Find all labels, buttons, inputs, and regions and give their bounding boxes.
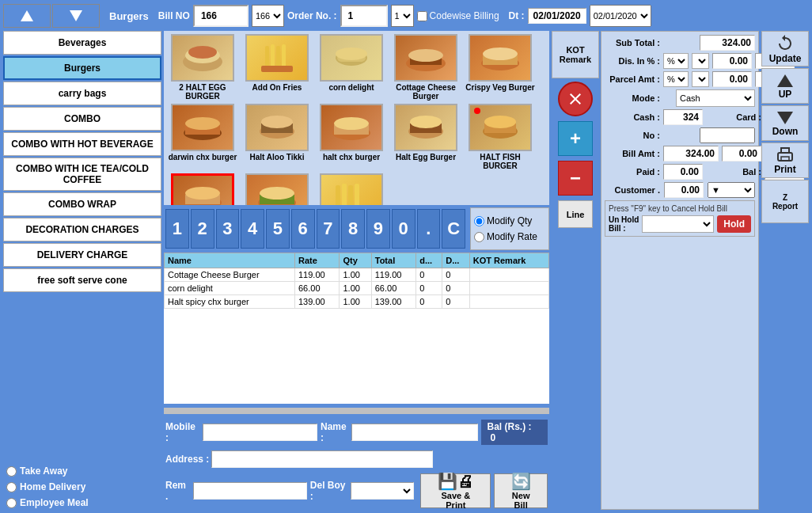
mode-select[interactable]: Cash xyxy=(676,89,755,107)
parcel-pct-select2[interactable]: ▼ xyxy=(692,71,709,87)
sidebar-item-combo-ice[interactable]: COMBO WITH ICE TEA/COLD COFFEE xyxy=(3,158,161,191)
product-crispy-veg[interactable]: Crispy Veg Burger xyxy=(465,34,536,101)
bill-no-value: 166 xyxy=(193,5,249,27)
del-button[interactable] xyxy=(558,82,593,116)
num-clear-button[interactable]: C xyxy=(442,209,465,249)
num-6-button[interactable]: 6 xyxy=(291,209,315,249)
customer-select[interactable]: ▼ xyxy=(708,182,755,198)
product-darwin-chx[interactable]: darwin chx burger xyxy=(167,104,238,170)
table-row[interactable]: Cottage Cheese Burger 119.00 1.00 119.00… xyxy=(165,268,549,282)
far-right-actions: Update UP Down Print Z Report xyxy=(761,31,809,510)
product-add-on-fries[interactable]: Add On Fries xyxy=(241,34,313,101)
num-5-button[interactable]: 5 xyxy=(266,209,290,249)
nav-up-button[interactable] xyxy=(3,4,51,28)
modify-qty-radio[interactable] xyxy=(474,216,484,226)
product-halt-chx[interactable]: halt chx burger xyxy=(316,104,387,170)
product-halt-egg[interactable]: Halt Egg Burger xyxy=(390,104,461,170)
del-boy-select[interactable] xyxy=(351,482,414,500)
sidebar-item-combo[interactable]: COMBO xyxy=(3,107,161,131)
product-corn-delight[interactable]: corn delight xyxy=(316,34,387,101)
hold-button[interactable]: Hold xyxy=(717,215,751,233)
svg-point-24 xyxy=(261,116,293,128)
z-report-button[interactable]: Z Report xyxy=(761,180,809,223)
num-2-button[interactable]: 2 xyxy=(191,209,214,249)
sidebar-item-carry-bags[interactable]: carry bags xyxy=(3,82,161,105)
codewise-billing[interactable]: Codewise Billing xyxy=(417,10,499,21)
product-halt-spicy[interactable]: Halt spicy chx burger xyxy=(167,173,238,205)
row-qty: 1.00 xyxy=(340,295,371,309)
num-7-button[interactable]: 7 xyxy=(317,209,340,249)
home-delivery-radio[interactable] xyxy=(6,482,17,492)
save-print-button[interactable]: 💾🖨 Save & Print xyxy=(420,473,491,508)
num-1-button[interactable]: 1 xyxy=(165,209,189,249)
dis-value: 0.00 xyxy=(712,53,752,69)
address-input[interactable] xyxy=(211,450,433,468)
bill-no-dropdown[interactable]: 166 xyxy=(252,5,284,27)
mode-row: Mode : Cash xyxy=(605,89,755,107)
parcel-pct-select[interactable]: % xyxy=(663,71,689,87)
sidebar-item-decoration[interactable]: DECORATION CHARGES xyxy=(3,218,161,241)
product-cottage-cheese[interactable]: Cottage Cheese Burger xyxy=(390,34,461,101)
no-input[interactable] xyxy=(700,127,755,143)
num-8-button[interactable]: 8 xyxy=(341,209,365,249)
product-halt-aloo[interactable]: Halt Aloo Tikki xyxy=(241,104,313,170)
up-button[interactable]: UP xyxy=(761,68,809,104)
sidebar-item-free-cone[interactable]: free soft serve cone xyxy=(3,268,161,292)
num-4-button[interactable]: 4 xyxy=(241,209,264,249)
modify-rate-radio[interactable] xyxy=(474,232,484,242)
update-button[interactable]: Update xyxy=(761,31,809,66)
line-button[interactable]: Line xyxy=(558,200,593,228)
dis-pct-select[interactable]: % xyxy=(663,53,689,69)
sidebar-item-burgers[interactable]: Burgers xyxy=(3,56,161,80)
row-kot xyxy=(469,282,548,295)
order-no-dropdown[interactable]: 1 xyxy=(391,5,414,27)
mobile-input[interactable] xyxy=(203,424,317,441)
num-3-button[interactable]: 3 xyxy=(216,209,240,249)
down-button[interactable]: Down xyxy=(761,105,809,141)
product-masala-veg[interactable]: masala veg burger xyxy=(241,173,313,205)
codewise-checkbox[interactable] xyxy=(417,11,427,21)
employee-meal-radio[interactable] xyxy=(6,498,17,508)
summary-panel: Sub Total : 324.00 Dis. In % : % ▼ 0.00 … xyxy=(601,31,759,510)
num-0-button[interactable]: 0 xyxy=(392,209,415,249)
modify-qty-label: Modify Qty xyxy=(487,215,532,226)
minus-button[interactable]: − xyxy=(558,161,593,196)
row-d1: 0 xyxy=(416,295,442,309)
employee-meal-option[interactable]: Employee Meal xyxy=(3,496,161,510)
date-dropdown[interactable]: 02/01/2020 xyxy=(590,5,651,27)
svg-point-12 xyxy=(336,48,367,60)
nav-down-button[interactable] xyxy=(52,4,100,28)
product-name: Halt Aloo Tikki xyxy=(250,153,305,162)
sidebar-item-beverages[interactable]: Beverages xyxy=(3,31,161,55)
unhold-select[interactable] xyxy=(642,215,714,233)
product-2-halt-egg[interactable]: 2 HALT EGG BURGER xyxy=(167,34,238,101)
order-no-value: 1 xyxy=(340,5,388,27)
product-halt-fish[interactable]: HALT FISH BURGER xyxy=(465,104,536,170)
num-9-button[interactable]: 9 xyxy=(366,209,390,249)
plus-button[interactable]: + xyxy=(558,121,593,156)
table-row[interactable]: Halt spicy chx burger 139.00 1.00 139.00… xyxy=(165,295,549,309)
dis-pct-select2[interactable]: ▼ xyxy=(692,53,709,69)
new-bill-button[interactable]: 🔄 New Bill xyxy=(494,473,548,508)
rem-input[interactable] xyxy=(193,482,307,500)
sidebar-item-combo-hot[interactable]: COMBO WITH HOT BEVERAGE xyxy=(3,132,161,156)
horizontal-scrollbar[interactable] xyxy=(164,408,549,414)
sidebar-item-delivery[interactable]: DELIVERY CHARGE xyxy=(3,243,161,267)
row-d2: 0 xyxy=(442,268,470,282)
modify-qty-option[interactable]: Modify Qty xyxy=(474,215,545,226)
product-with-cheese[interactable]: with cheese xyxy=(316,173,387,205)
table-row[interactable]: corn delight 66.00 1.00 66.00 0 0 xyxy=(165,282,549,295)
bill-info: Bill NO 166 166 xyxy=(158,5,284,27)
svg-point-30 xyxy=(410,116,442,128)
parcel-row: Parcel Amt : % ▼ 0.00 0.00 xyxy=(605,71,755,87)
svg-point-4 xyxy=(188,46,217,59)
take-away-radio[interactable] xyxy=(6,466,17,477)
take-away-option[interactable]: Take Away xyxy=(3,464,161,478)
home-delivery-option[interactable]: Home Delivery xyxy=(3,480,161,494)
sidebar-item-combo-wrap[interactable]: COMBO WRAP xyxy=(3,192,161,216)
modify-rate-option[interactable]: Modify Rate xyxy=(474,231,545,242)
print-button[interactable]: Print xyxy=(761,142,809,178)
name-input[interactable] xyxy=(351,424,478,441)
row-total: 66.00 xyxy=(371,282,415,295)
num-dot-button[interactable]: . xyxy=(417,209,441,249)
